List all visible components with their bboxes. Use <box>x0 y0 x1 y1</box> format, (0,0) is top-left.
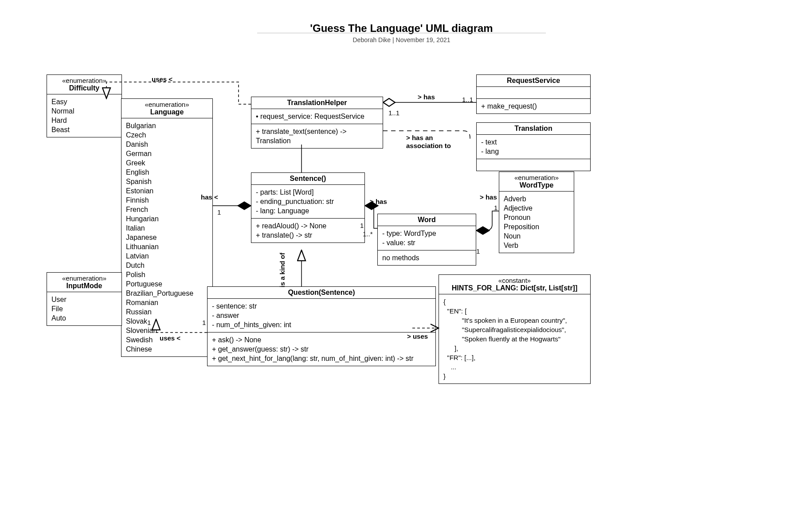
card: 1..* <box>363 230 373 238</box>
enum-values: Easy Normal Hard Beast <box>47 94 121 137</box>
class-translation: Translation - text - lang <box>476 122 591 171</box>
card: 1 <box>476 247 480 255</box>
class-head: «constant» HINTS_FOR_LANG: Dict[str, Lis… <box>439 275 590 294</box>
card: 1 <box>494 204 497 211</box>
label-has: has < <box>201 193 218 201</box>
class-head: «enumeration» WordType <box>499 172 574 191</box>
class-language: «enumeration» Language BulgarianCzechDan… <box>121 98 213 357</box>
date-text: November 19, 2021 <box>396 36 450 43</box>
class-inputmode: «enumeration» InputMode User File Auto <box>47 272 122 326</box>
enum-values: BulgarianCzechDanishGermanGreekEnglishSp… <box>121 118 212 356</box>
label-is-kind-of: is a kind of <box>278 253 286 287</box>
class-head: Translation <box>477 123 590 134</box>
class-head: «enumeration» Language <box>121 99 212 118</box>
class-head: «enumeration» Difficulty <box>47 75 121 94</box>
label-has: > has <box>418 93 435 101</box>
label-has-assoc: > has an <box>406 134 433 141</box>
card: 1 <box>147 319 151 326</box>
class-head: TranslationHelper <box>251 97 383 109</box>
card: 1..1 <box>462 96 473 103</box>
class-difficulty: «enumeration» Difficulty Easy Normal Har… <box>47 74 122 137</box>
card: 1..1 <box>388 109 400 117</box>
label-uses: uses < <box>152 75 172 83</box>
class-translationhelper: TranslationHelper • request_service: Req… <box>251 97 383 149</box>
attrs: - type: WordType - value: str <box>378 226 476 250</box>
diagram-subtitle: Deborah Dike | November 19, 2021 <box>0 36 803 43</box>
uml-canvas: 'Guess The Language' UML diagram Deborah… <box>0 0 803 532</box>
divider <box>257 33 546 33</box>
methods: + translate_text(sentence) -> Translatio… <box>251 124 383 148</box>
class-head: «enumeration» InputMode <box>47 273 121 292</box>
methods: + make_request() <box>477 98 590 113</box>
label-has: > has <box>480 193 497 201</box>
class-head: Word <box>378 214 476 226</box>
card: 1 <box>217 208 221 216</box>
label-has: > has <box>370 198 387 205</box>
attrs: - parts: List [Word] - ending_punctuatio… <box>251 184 364 218</box>
card: 1 <box>360 222 364 229</box>
stereo: «enumeration» <box>51 77 117 84</box>
enum-values: Adverb Adjective Pronoun Preposition Nou… <box>499 191 574 253</box>
sep-text: | <box>391 36 396 43</box>
methods <box>477 159 590 171</box>
class-head: Question(Sentence) <box>208 287 435 298</box>
class-head: Sentence() <box>251 173 364 184</box>
class-name: Difficulty <box>51 84 117 92</box>
label-uses: > uses <box>407 332 428 340</box>
attrs <box>477 86 590 98</box>
methods: no methods <box>378 250 476 265</box>
class-wordtype: «enumeration» WordType Adverb Adjective … <box>499 172 574 253</box>
enum-values: User File Auto <box>47 292 121 325</box>
methods: + readAloud() -> None + translate() -> s… <box>251 218 364 243</box>
class-question: Question(Sentence) - sentence: str - ans… <box>207 286 436 366</box>
author-text: Deborah Dike <box>353 36 391 43</box>
label-uses: uses < <box>160 334 180 342</box>
class-sentence: Sentence() - parts: List [Word] - ending… <box>251 172 365 243</box>
class-head: RequestService <box>477 75 590 86</box>
hints-body: { "EN": [ "It's spoken in a European cou… <box>439 294 590 383</box>
methods: + ask() -> None + get_answer(guess: str)… <box>208 332 435 366</box>
label-assoc-to: association to <box>406 142 451 149</box>
class-word: Word - type: WordType - value: str no me… <box>377 214 476 266</box>
attrs: - sentence: str - answer - num_of_hints_… <box>208 298 435 332</box>
attrs: - text - lang <box>477 134 590 159</box>
card: 1 <box>202 319 206 326</box>
class-requestservice: RequestService + make_request() <box>476 74 591 114</box>
class-hints: «constant» HINTS_FOR_LANG: Dict[str, Lis… <box>439 274 591 384</box>
attrs: • request_service: RequestService <box>251 109 383 124</box>
